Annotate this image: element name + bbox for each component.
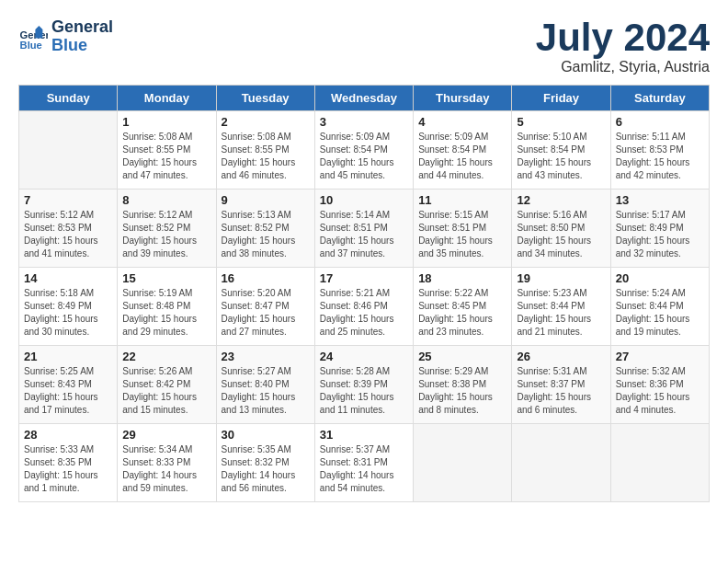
day-info: Sunrise: 5:09 AM Sunset: 8:54 PM Dayligh… bbox=[320, 131, 408, 182]
day-number: 23 bbox=[222, 350, 310, 363]
month-title: July 2024 bbox=[536, 18, 710, 57]
day-number: 15 bbox=[122, 271, 210, 285]
day-info: Sunrise: 5:32 AM Sunset: 8:36 PM Dayligh… bbox=[616, 365, 704, 417]
calendar-cell: 20Sunrise: 5:24 AM Sunset: 8:44 PM Dayli… bbox=[610, 268, 709, 346]
day-number: 24 bbox=[320, 350, 408, 363]
header-wednesday: Wednesday bbox=[314, 86, 413, 111]
logo-text-general: General bbox=[51, 18, 113, 37]
svg-text:Blue: Blue bbox=[20, 40, 42, 51]
calendar-cell: 22Sunrise: 5:26 AM Sunset: 8:42 PM Dayli… bbox=[118, 346, 216, 424]
day-info: Sunrise: 5:12 AM Sunset: 8:52 PM Dayligh… bbox=[122, 209, 210, 260]
calendar-header-row: SundayMondayTuesdayWednesdayThursdayFrid… bbox=[19, 86, 710, 111]
day-info: Sunrise: 5:08 AM Sunset: 8:55 PM Dayligh… bbox=[222, 131, 310, 182]
calendar-cell: 30Sunrise: 5:35 AM Sunset: 8:32 PM Dayli… bbox=[216, 424, 314, 502]
calendar-cell: 10Sunrise: 5:14 AM Sunset: 8:51 PM Dayli… bbox=[314, 190, 413, 268]
calendar-cell: 25Sunrise: 5:29 AM Sunset: 8:38 PM Dayli… bbox=[414, 346, 512, 424]
calendar-cell: 17Sunrise: 5:21 AM Sunset: 8:46 PM Dayli… bbox=[314, 268, 413, 346]
calendar-week-row: 7Sunrise: 5:12 AM Sunset: 8:53 PM Daylig… bbox=[19, 190, 710, 268]
day-number: 27 bbox=[616, 350, 704, 363]
day-info: Sunrise: 5:18 AM Sunset: 8:49 PM Dayligh… bbox=[24, 287, 112, 339]
calendar-cell: 31Sunrise: 5:37 AM Sunset: 8:31 PM Dayli… bbox=[314, 424, 413, 502]
day-info: Sunrise: 5:35 AM Sunset: 8:32 PM Dayligh… bbox=[222, 443, 310, 495]
calendar-cell: 1Sunrise: 5:08 AM Sunset: 8:55 PM Daylig… bbox=[118, 111, 216, 190]
day-info: Sunrise: 5:12 AM Sunset: 8:53 PM Dayligh… bbox=[24, 209, 112, 260]
calendar-cell: 5Sunrise: 5:10 AM Sunset: 8:54 PM Daylig… bbox=[512, 111, 610, 190]
day-number: 6 bbox=[616, 115, 704, 129]
day-number: 16 bbox=[222, 271, 310, 285]
day-number: 29 bbox=[122, 428, 210, 442]
calendar-week-row: 1Sunrise: 5:08 AM Sunset: 8:55 PM Daylig… bbox=[19, 111, 710, 190]
svg-text:General: General bbox=[20, 29, 48, 40]
calendar-cell bbox=[512, 424, 610, 502]
calendar-cell: 26Sunrise: 5:31 AM Sunset: 8:37 PM Dayli… bbox=[512, 346, 610, 424]
day-number: 26 bbox=[517, 350, 605, 363]
calendar-week-row: 21Sunrise: 5:25 AM Sunset: 8:43 PM Dayli… bbox=[19, 346, 710, 424]
calendar-cell: 15Sunrise: 5:19 AM Sunset: 8:48 PM Dayli… bbox=[118, 268, 216, 346]
calendar-cell: 27Sunrise: 5:32 AM Sunset: 8:36 PM Dayli… bbox=[610, 346, 709, 424]
day-info: Sunrise: 5:16 AM Sunset: 8:50 PM Dayligh… bbox=[517, 209, 605, 260]
day-number: 18 bbox=[418, 271, 506, 285]
calendar-cell bbox=[19, 111, 118, 190]
day-info: Sunrise: 5:31 AM Sunset: 8:37 PM Dayligh… bbox=[517, 365, 605, 417]
calendar-cell: 16Sunrise: 5:20 AM Sunset: 8:47 PM Dayli… bbox=[216, 268, 314, 346]
header-sunday: Sunday bbox=[19, 86, 118, 111]
calendar-cell bbox=[610, 424, 709, 502]
day-number: 14 bbox=[24, 271, 112, 285]
day-number: 11 bbox=[418, 193, 506, 207]
header-friday: Friday bbox=[512, 86, 610, 111]
day-info: Sunrise: 5:29 AM Sunset: 8:38 PM Dayligh… bbox=[418, 365, 506, 417]
calendar-cell: 2Sunrise: 5:08 AM Sunset: 8:55 PM Daylig… bbox=[216, 111, 314, 190]
header-saturday: Saturday bbox=[610, 86, 709, 111]
header-tuesday: Tuesday bbox=[216, 86, 314, 111]
day-number: 5 bbox=[517, 115, 605, 129]
day-number: 17 bbox=[320, 271, 408, 285]
calendar-cell: 3Sunrise: 5:09 AM Sunset: 8:54 PM Daylig… bbox=[314, 111, 413, 190]
calendar-week-row: 14Sunrise: 5:18 AM Sunset: 8:49 PM Dayli… bbox=[19, 268, 710, 346]
location-subtitle: Gamlitz, Styria, Austria bbox=[536, 59, 710, 75]
day-number: 10 bbox=[320, 193, 408, 207]
day-info: Sunrise: 5:24 AM Sunset: 8:44 PM Dayligh… bbox=[616, 287, 704, 339]
day-info: Sunrise: 5:19 AM Sunset: 8:48 PM Dayligh… bbox=[122, 287, 210, 339]
logo-text-blue: Blue bbox=[51, 37, 113, 55]
day-number: 21 bbox=[24, 350, 112, 363]
day-number: 12 bbox=[517, 193, 605, 207]
day-info: Sunrise: 5:09 AM Sunset: 8:54 PM Dayligh… bbox=[418, 131, 506, 182]
day-number: 30 bbox=[222, 428, 310, 442]
calendar-cell: 12Sunrise: 5:16 AM Sunset: 8:50 PM Dayli… bbox=[512, 190, 610, 268]
day-number: 7 bbox=[24, 193, 112, 207]
calendar-cell: 6Sunrise: 5:11 AM Sunset: 8:53 PM Daylig… bbox=[610, 111, 709, 190]
calendar-cell: 11Sunrise: 5:15 AM Sunset: 8:51 PM Dayli… bbox=[414, 190, 512, 268]
day-number: 22 bbox=[122, 350, 210, 363]
day-info: Sunrise: 5:11 AM Sunset: 8:53 PM Dayligh… bbox=[616, 131, 704, 182]
logo-icon: General Blue bbox=[18, 22, 48, 52]
day-number: 8 bbox=[122, 193, 210, 207]
calendar-week-row: 28Sunrise: 5:33 AM Sunset: 8:35 PM Dayli… bbox=[19, 424, 710, 502]
day-info: Sunrise: 5:37 AM Sunset: 8:31 PM Dayligh… bbox=[320, 443, 408, 495]
day-info: Sunrise: 5:17 AM Sunset: 8:49 PM Dayligh… bbox=[616, 209, 704, 260]
day-number: 2 bbox=[222, 115, 310, 129]
header-monday: Monday bbox=[118, 86, 216, 111]
calendar-cell: 18Sunrise: 5:22 AM Sunset: 8:45 PM Dayli… bbox=[414, 268, 512, 346]
day-info: Sunrise: 5:20 AM Sunset: 8:47 PM Dayligh… bbox=[222, 287, 310, 339]
day-number: 3 bbox=[320, 115, 408, 129]
day-info: Sunrise: 5:08 AM Sunset: 8:55 PM Dayligh… bbox=[122, 131, 210, 182]
day-number: 28 bbox=[24, 428, 112, 442]
day-number: 1 bbox=[122, 115, 210, 129]
day-info: Sunrise: 5:22 AM Sunset: 8:45 PM Dayligh… bbox=[418, 287, 506, 339]
calendar-table: SundayMondayTuesdayWednesdayThursdayFrid… bbox=[18, 85, 710, 502]
day-number: 4 bbox=[418, 115, 506, 129]
calendar-cell: 23Sunrise: 5:27 AM Sunset: 8:40 PM Dayli… bbox=[216, 346, 314, 424]
day-info: Sunrise: 5:25 AM Sunset: 8:43 PM Dayligh… bbox=[24, 365, 112, 417]
header: General Blue General Blue July 2024 Gaml… bbox=[18, 18, 710, 75]
day-number: 9 bbox=[222, 193, 310, 207]
logo: General Blue General Blue bbox=[18, 18, 113, 55]
calendar-cell: 28Sunrise: 5:33 AM Sunset: 8:35 PM Dayli… bbox=[19, 424, 118, 502]
day-info: Sunrise: 5:33 AM Sunset: 8:35 PM Dayligh… bbox=[24, 443, 112, 495]
day-info: Sunrise: 5:34 AM Sunset: 8:33 PM Dayligh… bbox=[122, 443, 210, 495]
calendar-cell: 21Sunrise: 5:25 AM Sunset: 8:43 PM Dayli… bbox=[19, 346, 118, 424]
day-info: Sunrise: 5:15 AM Sunset: 8:51 PM Dayligh… bbox=[418, 209, 506, 260]
calendar-cell: 29Sunrise: 5:34 AM Sunset: 8:33 PM Dayli… bbox=[118, 424, 216, 502]
day-info: Sunrise: 5:26 AM Sunset: 8:42 PM Dayligh… bbox=[122, 365, 210, 417]
calendar-cell: 24Sunrise: 5:28 AM Sunset: 8:39 PM Dayli… bbox=[314, 346, 413, 424]
calendar-cell: 4Sunrise: 5:09 AM Sunset: 8:54 PM Daylig… bbox=[414, 111, 512, 190]
